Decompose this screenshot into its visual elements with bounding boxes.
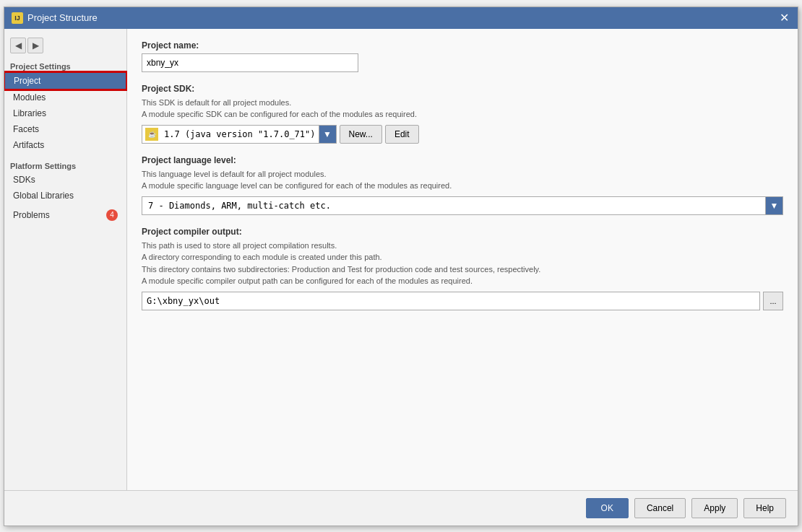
sdk-desc: This SDK is default for all project modu… [142,97,783,121]
language-level-dropdown[interactable]: 7 - Diamonds, ARM, multi-catch etc. ▼ [142,196,783,215]
problems-label: Problems [13,210,106,220]
title-bar: IJ Project Structure ✕ [4,7,798,29]
sidebar-item-libraries[interactable]: Libraries [4,105,126,121]
sidebar-item-global-libraries[interactable]: Global Libraries [4,188,126,204]
title-bar-left: IJ Project Structure [12,12,98,24]
problems-badge: 4 [106,209,118,221]
sidebar-item-project[interactable]: Project [4,72,126,90]
sdk-icon: ☕ [145,128,158,141]
sdk-new-button[interactable]: New... [340,125,382,144]
sidebar: ◀ ▶ Project Settings Project Modules Lib… [4,29,127,490]
compiler-output-label: Project compiler output: [142,227,783,237]
forward-button[interactable]: ▶ [27,38,43,53]
sdk-value: 1.7 (java version "1.7.0_71") [161,129,319,139]
sdk-section: Project SDK: This SDK is default for all… [142,84,783,144]
ok-button[interactable]: OK [586,498,629,518]
main-content: Project name: Project SDK: This SDK is d… [127,29,798,490]
language-level-label: Project language level: [142,155,783,165]
dialog-title: Project Structure [27,12,98,23]
sidebar-item-artifacts[interactable]: Artifacts [4,137,126,153]
project-name-label: Project name: [142,40,783,51]
sdk-row: ☕ 1.7 (java version "1.7.0_71") ▼ New...… [142,125,783,144]
compiler-output-desc: This path is used to store all project c… [142,240,783,287]
problems-row[interactable]: Problems 4 [4,206,126,224]
sidebar-item-modules[interactable]: Modules [4,90,126,105]
dialog-footer: OK Cancel Apply Help [4,490,798,526]
compiler-output-section: Project compiler output: This path is us… [142,227,783,310]
apply-button[interactable]: Apply [691,498,738,518]
language-level-value: 7 - Diamonds, ARM, multi-catch etc. [142,201,765,211]
nav-buttons: ◀ ▶ [4,35,126,59]
language-level-desc: This language level is default for all p… [142,168,783,192]
platform-settings-section: Platform Settings SDKs Global Libraries [4,159,126,204]
project-settings-header: Project Settings [4,59,126,72]
dialog-body: ◀ ▶ Project Settings Project Modules Lib… [4,29,798,490]
project-name-input[interactable] [142,53,358,72]
project-name-section: Project name: [142,40,783,72]
sdk-dropdown-arrow[interactable]: ▼ [319,126,336,143]
platform-settings-header: Platform Settings [4,159,126,172]
browse-button[interactable]: ... [763,292,783,310]
help-button[interactable]: Help [743,498,786,518]
language-level-arrow[interactable]: ▼ [765,197,782,214]
output-row: ... [142,292,783,310]
sidebar-item-facets[interactable]: Facets [4,121,126,137]
cancel-button[interactable]: Cancel [634,498,686,518]
project-structure-dialog: IJ Project Structure ✕ ◀ ▶ Project Setti… [4,6,798,526]
sdk-label: Project SDK: [142,84,783,94]
app-icon: IJ [12,12,23,24]
compiler-output-input[interactable] [142,292,760,310]
language-level-section: Project language level: This language le… [142,155,783,215]
sdk-dropdown[interactable]: ☕ 1.7 (java version "1.7.0_71") ▼ [142,125,337,144]
sidebar-item-sdks[interactable]: SDKs [4,172,126,188]
close-button[interactable]: ✕ [777,12,790,25]
sdk-edit-button[interactable]: Edit [385,125,419,144]
back-button[interactable]: ◀ [10,38,26,53]
